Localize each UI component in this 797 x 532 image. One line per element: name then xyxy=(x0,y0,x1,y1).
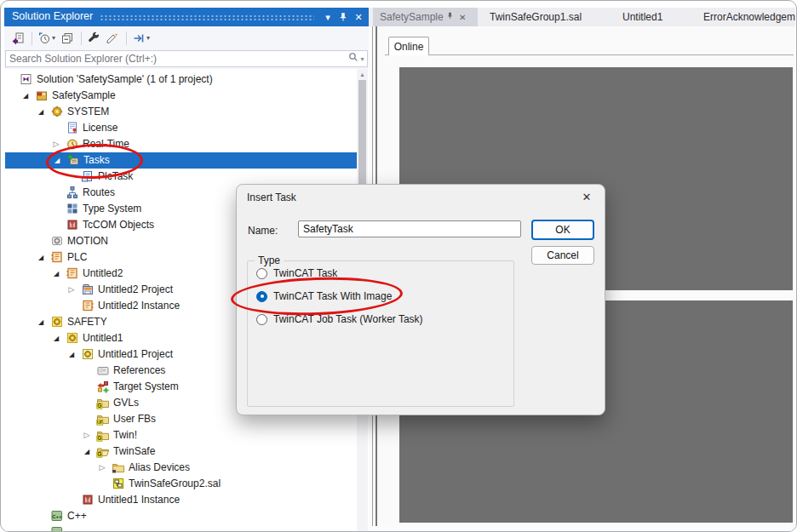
tree-item-system[interactable]: ◢SYSTEM xyxy=(4,104,357,120)
realtime-icon xyxy=(66,137,79,151)
folder-uf-icon: UF xyxy=(96,412,110,426)
chevron-down-icon: ▾ xyxy=(52,34,55,42)
tree-item-solution-safetysample-1-of-1-project[interactable]: Solution 'SafetySample' (1 of 1 project) xyxy=(4,72,357,88)
toolbar-separator xyxy=(126,31,127,45)
sync-with-active-document-button[interactable]: ▾ xyxy=(130,30,152,47)
radio-selected-icon[interactable] xyxy=(256,291,267,302)
radio-twincat-job-task-worker-task[interactable]: TwinCAT Job Task (Worker Task) xyxy=(256,312,423,327)
tree-item-label: Untitled2 Project xyxy=(98,282,173,298)
document-tab-safetysample[interactable]: SafetySample✕ xyxy=(373,8,478,26)
radio-twincat-task[interactable]: TwinCAT Task xyxy=(256,266,337,281)
cpp-icon: C++ xyxy=(50,509,64,523)
search-input[interactable] xyxy=(5,50,352,67)
tree-item-alias-devices[interactable]: ▷Alias Devices xyxy=(4,460,357,476)
panel-title: Solution Explorer xyxy=(12,10,93,22)
safety-icon xyxy=(50,315,64,329)
close-icon[interactable]: ✕ xyxy=(351,12,366,23)
svg-text:G: G xyxy=(97,435,101,441)
window-position-menu-icon[interactable]: ▾ xyxy=(320,12,335,23)
pending-changes-filter-button[interactable]: ▾ xyxy=(36,30,57,47)
target-system-icon xyxy=(96,380,110,393)
expanded-expander-icon[interactable]: ◢ xyxy=(35,314,47,330)
tree-item-safetysample[interactable]: ◢SafetySample xyxy=(4,88,357,104)
task-name-input[interactable] xyxy=(298,220,521,237)
tree-item-label: License xyxy=(83,120,118,136)
collapsed-expander-icon[interactable]: ▷ xyxy=(81,427,93,443)
collapsed-expander-icon[interactable]: ▷ xyxy=(50,136,62,152)
titlebar-grip xyxy=(100,14,314,20)
tree-item-untitled1-instance[interactable]: Untitled1 Instance xyxy=(4,492,357,508)
tree-item-tasks[interactable]: ◢Tasks xyxy=(5,152,357,169)
dialog-title: Insert Task xyxy=(247,192,296,203)
tree-item-twin[interactable]: ▷GTwin! xyxy=(4,427,357,443)
expanded-expander-icon[interactable]: ◢ xyxy=(50,330,62,346)
document-tab-twinsafegroup1-sal[interactable]: TwinSafeGroup1.sal xyxy=(483,8,582,26)
preview-selected-items-icon xyxy=(106,31,119,45)
tasks-icon xyxy=(66,153,80,167)
tree-item-label: Untitled1 Instance xyxy=(98,492,180,508)
switch-views-button[interactable] xyxy=(9,30,26,47)
radio-icon[interactable] xyxy=(256,314,267,325)
pending-changes-filter-icon xyxy=(37,31,51,45)
tree-item-label: TwinSafeGroup2.sal xyxy=(129,476,221,492)
tree-item-twinsafe[interactable]: ◢GTwinSafe xyxy=(4,443,357,460)
tree-item-label: SAFETY xyxy=(67,314,107,330)
expanded-expander-icon[interactable]: ◢ xyxy=(20,88,32,104)
solution-explorer-titlebar[interactable]: Solution Explorer ▾ ✕ xyxy=(4,8,369,26)
tree-item-label: Type System xyxy=(83,201,141,217)
license-icon xyxy=(66,121,79,134)
pin-icon[interactable] xyxy=(444,9,456,26)
plctask-icon xyxy=(81,169,95,183)
close-icon[interactable]: ✕ xyxy=(456,9,469,26)
tree-item-label: TwinSafe xyxy=(113,443,155,460)
ok-button[interactable]: OK xyxy=(531,220,594,240)
document-tab-erroracknowledgeme[interactable]: ErrorAcknowledgeme xyxy=(697,8,795,26)
solution-explorer-toolbar: ▾▾ xyxy=(4,26,369,49)
collapsed-expander-icon[interactable]: ▷ xyxy=(96,460,108,476)
plc-icon xyxy=(66,266,79,280)
tab-online[interactable]: Online xyxy=(388,37,429,55)
tree-item-plctask[interactable]: PlcTask xyxy=(4,169,357,185)
tree-item-label: MOTION xyxy=(67,233,108,249)
cancel-button[interactable]: Cancel xyxy=(531,246,594,265)
project-icon xyxy=(35,89,49,102)
expanded-expander-icon[interactable]: ◢ xyxy=(35,104,47,120)
search-row: ▾ xyxy=(4,49,369,69)
svg-text:G: G xyxy=(97,403,101,409)
chevron-down-icon: ▾ xyxy=(360,55,364,63)
tree-item-label: GVLs xyxy=(113,395,139,411)
document-tab-untitled1[interactable]: Untitled1 xyxy=(616,8,662,26)
tree-item-license[interactable]: License xyxy=(4,120,357,136)
radio-twincat-task-with-image[interactable]: TwinCAT Task With Image xyxy=(256,289,392,304)
plc-instance-icon xyxy=(81,299,95,312)
search-button[interactable]: ▾ xyxy=(345,50,368,67)
titlebar-buttons: ▾ ✕ xyxy=(320,8,366,26)
tccom-icon xyxy=(66,218,79,232)
tree-item-twinsafegroup2-sal[interactable]: TwinSafeGroup2.sal xyxy=(4,476,357,492)
tree-item-c[interactable]: C++C++ xyxy=(4,508,357,524)
tab-label: ErrorAcknowledgeme xyxy=(697,11,795,23)
tab-divider xyxy=(385,54,794,55)
expanded-expander-icon[interactable]: ◢ xyxy=(35,249,47,266)
radio-icon[interactable] xyxy=(256,268,267,279)
tree-item-label: User FBs xyxy=(113,411,156,427)
tree-item-label: Twin! xyxy=(113,427,137,443)
properties-button[interactable] xyxy=(85,30,102,47)
tree-item-item[interactable] xyxy=(4,524,357,531)
expanded-expander-icon[interactable]: ◢ xyxy=(66,346,77,363)
expanded-expander-icon[interactable]: ◢ xyxy=(81,443,93,460)
radio-label: TwinCAT Task With Image xyxy=(273,290,392,302)
expanded-expander-icon[interactable]: ◢ xyxy=(51,152,63,169)
tree-item-label: Routes xyxy=(83,185,115,201)
expanded-expander-icon[interactable]: ◢ xyxy=(50,266,62,282)
collapsed-expander-icon[interactable]: ▷ xyxy=(66,282,77,298)
preview-selected-items-button[interactable] xyxy=(104,30,121,47)
tree-item-real-time[interactable]: ▷Real-Time xyxy=(4,136,357,152)
folder-alias-icon xyxy=(112,460,125,474)
tree-item-label: Solution 'SafetySample' (1 of 1 project) xyxy=(37,72,213,88)
collapse-all-button[interactable] xyxy=(59,30,76,47)
tree-item-label: SYSTEM xyxy=(67,104,109,120)
dialog-close-icon[interactable]: ✕ xyxy=(579,190,594,205)
scroll-up-icon[interactable]: ▲ xyxy=(357,71,368,79)
pin-icon[interactable] xyxy=(335,11,351,23)
